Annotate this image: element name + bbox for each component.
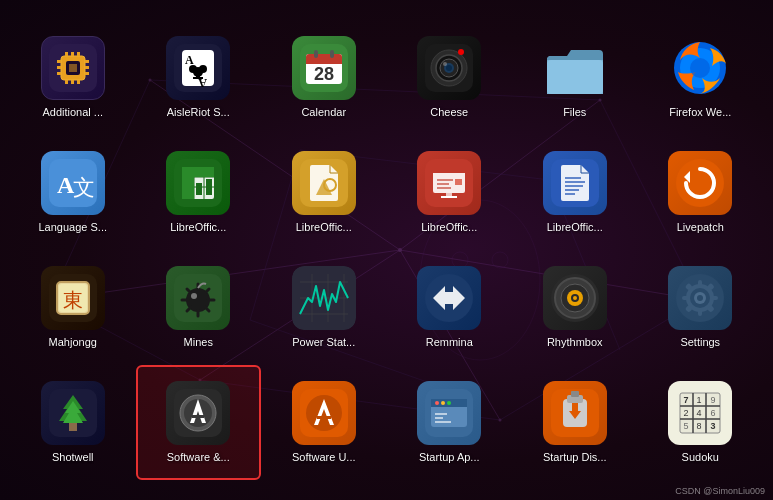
- app-item-aisleriot[interactable]: A A AisleRiot S...: [136, 20, 262, 135]
- app-item-firefox[interactable]: Firefox We...: [638, 20, 764, 135]
- svg-text:A: A: [185, 53, 194, 67]
- svg-rect-82: [182, 167, 194, 199]
- svg-text:3: 3: [711, 421, 716, 431]
- app-icon-libreoffice-draw: [292, 151, 356, 215]
- svg-rect-84: [206, 179, 212, 195]
- svg-text:4: 4: [697, 408, 702, 418]
- svg-point-166: [447, 401, 451, 405]
- app-label-libreoffice-calc: LibreOffic...: [170, 221, 226, 234]
- app-item-libreoffice-writer[interactable]: LibreOffic...: [512, 135, 638, 250]
- app-label-startup-disk: Startup Dis...: [543, 451, 607, 464]
- svg-point-121: [191, 293, 197, 299]
- app-item-shotwell[interactable]: Shotwell: [10, 365, 136, 480]
- svg-point-136: [573, 296, 577, 300]
- app-icon-firefox: [668, 36, 732, 100]
- svg-text:9: 9: [711, 395, 716, 405]
- app-item-livepatch[interactable]: Livepatch: [638, 135, 764, 250]
- svg-rect-102: [565, 185, 583, 187]
- app-icon-mines: [166, 266, 230, 330]
- svg-rect-38: [71, 80, 74, 84]
- app-item-language[interactable]: A 文 Language S...: [10, 135, 136, 250]
- svg-rect-41: [69, 64, 77, 72]
- app-item-additional[interactable]: Additional ...: [10, 20, 136, 135]
- svg-rect-93: [437, 183, 449, 185]
- svg-rect-83: [196, 183, 202, 195]
- svg-rect-142: [682, 296, 690, 300]
- svg-rect-56: [330, 50, 334, 58]
- svg-rect-141: [698, 308, 702, 316]
- svg-rect-104: [565, 193, 575, 195]
- svg-point-63: [446, 65, 452, 71]
- app-label-remmina: Remmina: [426, 336, 473, 349]
- app-icon-cheese: [417, 36, 481, 100]
- app-item-software-updater[interactable]: Software U...: [261, 365, 387, 480]
- app-label-calendar: Calendar: [301, 106, 346, 119]
- app-icon-language: A 文: [41, 151, 105, 215]
- svg-rect-34: [65, 52, 68, 56]
- app-icon-startup-apps: [417, 381, 481, 445]
- svg-rect-32: [85, 66, 89, 69]
- svg-rect-101: [565, 181, 585, 183]
- svg-rect-92: [437, 179, 453, 181]
- app-label-rhythmbox: Rhythmbox: [547, 336, 603, 349]
- app-item-calendar[interactable]: 28 Calendar: [261, 20, 387, 135]
- svg-text:8: 8: [697, 421, 702, 431]
- app-item-libreoffice-draw[interactable]: LibreOffic...: [261, 135, 387, 250]
- app-label-firefox: Firefox We...: [669, 106, 731, 119]
- app-icon-mahjongg: 東: [41, 266, 105, 330]
- app-item-mahjongg[interactable]: 東 Mahjongg: [10, 250, 136, 365]
- app-label-sudoku: Sudoku: [682, 451, 719, 464]
- svg-text:5: 5: [684, 421, 689, 431]
- app-item-rhythmbox[interactable]: Rhythmbox: [512, 250, 638, 365]
- app-item-powerstat[interactable]: Power Stat...: [261, 250, 387, 365]
- svg-rect-29: [57, 66, 61, 69]
- app-label-powerstat: Power Stat...: [292, 336, 355, 349]
- app-label-shotwell: Shotwell: [52, 451, 94, 464]
- svg-rect-95: [455, 179, 462, 185]
- svg-rect-169: [435, 421, 451, 423]
- svg-text:文: 文: [73, 175, 95, 200]
- app-item-cheese[interactable]: Cheese: [387, 20, 513, 135]
- app-icon-livepatch: [668, 151, 732, 215]
- app-label-aisleriot: AisleRiot S...: [167, 106, 230, 119]
- app-item-mines[interactable]: Mines: [136, 250, 262, 365]
- app-label-mahjongg: Mahjongg: [49, 336, 97, 349]
- svg-text:A: A: [198, 76, 207, 90]
- svg-rect-55: [314, 50, 318, 58]
- app-item-startup-disk[interactable]: Startup Dis...: [512, 365, 638, 480]
- app-icon-libreoffice-writer: [543, 151, 607, 215]
- app-icon-libreoffice-impress: [417, 151, 481, 215]
- svg-rect-37: [65, 80, 68, 84]
- app-label-files: Files: [563, 106, 586, 119]
- app-icon-startup-disk: [543, 381, 607, 445]
- svg-rect-28: [57, 60, 61, 63]
- watermark: CSDN @SimonLiu009: [675, 486, 765, 496]
- app-item-startup-apps[interactable]: Startup Ap...: [387, 365, 513, 480]
- app-item-settings[interactable]: Settings: [638, 250, 764, 365]
- svg-rect-68: [547, 60, 603, 94]
- svg-point-149: [697, 295, 703, 301]
- app-item-software-boutique[interactable]: Software &...: [136, 365, 262, 480]
- app-label-additional: Additional ...: [42, 106, 103, 119]
- svg-rect-103: [565, 189, 579, 191]
- app-label-language: Language S...: [38, 221, 107, 234]
- app-item-files[interactable]: Files: [512, 20, 638, 135]
- app-item-sudoku[interactable]: 7 1 4 9 2 6 5 8 3 Sudoku: [638, 365, 764, 480]
- app-icon-aisleriot: A A: [166, 36, 230, 100]
- svg-rect-151: [69, 423, 77, 431]
- app-grid: Additional ... A A AisleRiot S...: [0, 0, 773, 500]
- svg-text:6: 6: [711, 408, 716, 418]
- svg-point-164: [435, 401, 439, 405]
- svg-point-64: [443, 62, 447, 66]
- app-icon-software-updater: [292, 381, 356, 445]
- svg-rect-33: [85, 72, 89, 75]
- svg-point-65: [458, 49, 464, 55]
- svg-rect-91: [433, 169, 465, 173]
- app-label-startup-apps: Startup Ap...: [419, 451, 480, 464]
- app-icon-powerstat: [292, 266, 356, 330]
- app-item-libreoffice-calc[interactable]: LibreOffic...: [136, 135, 262, 250]
- svg-rect-100: [565, 177, 581, 179]
- svg-text:東: 東: [63, 289, 83, 311]
- app-item-remmina[interactable]: Remmina: [387, 250, 513, 365]
- app-item-libreoffice-impress[interactable]: LibreOffic...: [387, 135, 513, 250]
